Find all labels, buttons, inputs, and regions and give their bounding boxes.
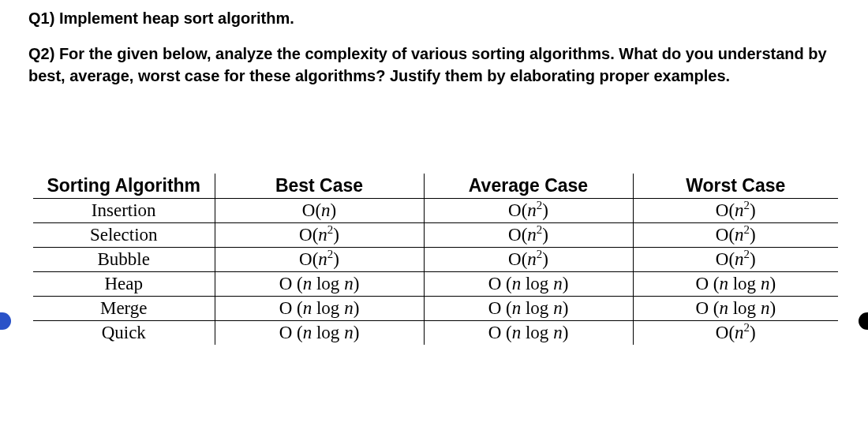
cell-best: O(n2) (215, 223, 424, 248)
table-body: InsertionO(n)O(n2)O(n2)SelectionO(n2)O(n… (33, 199, 838, 346)
cell-worst: O(n2) (633, 248, 838, 272)
cell-algorithm: Heap (33, 272, 215, 297)
question-2: Q2) For the given below, analyze the com… (28, 43, 840, 87)
complexity-table: Sorting Algorithm Best Case Average Case… (33, 174, 838, 345)
col-header-worst: Worst Case (633, 174, 838, 199)
cell-best: O (n log n) (215, 297, 424, 321)
cell-avg: O(n2) (424, 199, 633, 223)
cell-algorithm: Bubble (33, 248, 215, 272)
cell-avg: O(n2) (424, 223, 633, 248)
cell-best: O(n) (215, 199, 424, 223)
table-header-row: Sorting Algorithm Best Case Average Case… (33, 174, 838, 199)
col-header-algorithm: Sorting Algorithm (33, 174, 215, 199)
slide-marker-right-icon (859, 312, 868, 330)
col-header-average: Average Case (424, 174, 633, 199)
cell-best: O (n log n) (215, 321, 424, 346)
complexity-table-wrap: Sorting Algorithm Best Case Average Case… (33, 174, 840, 345)
cell-worst: O (n log n) (633, 272, 838, 297)
slide-marker-left-icon (0, 312, 11, 330)
cell-algorithm: Quick (33, 321, 215, 346)
question-1: Q1) Implement heap sort algorithm. (28, 9, 840, 28)
cell-avg: O (n log n) (424, 321, 633, 346)
cell-avg: O (n log n) (424, 297, 633, 321)
table-row: SelectionO(n2)O(n2)O(n2) (33, 223, 838, 248)
cell-worst: O(n2) (633, 223, 838, 248)
cell-worst: O(n2) (633, 199, 838, 223)
cell-algorithm: Selection (33, 223, 215, 248)
cell-worst: O(n2) (633, 321, 838, 346)
table-row: HeapO (n log n)O (n log n)O (n log n) (33, 272, 838, 297)
table-row: MergeO (n log n)O (n log n)O (n log n) (33, 297, 838, 321)
cell-best: O (n log n) (215, 272, 424, 297)
table-row: InsertionO(n)O(n2)O(n2) (33, 199, 838, 223)
cell-avg: O(n2) (424, 248, 633, 272)
cell-best: O(n2) (215, 248, 424, 272)
cell-worst: O (n log n) (633, 297, 838, 321)
cell-avg: O (n log n) (424, 272, 633, 297)
table-row: QuickO (n log n)O (n log n)O(n2) (33, 321, 838, 346)
cell-algorithm: Merge (33, 297, 215, 321)
col-header-best: Best Case (215, 174, 424, 199)
table-row: BubbleO(n2)O(n2)O(n2) (33, 248, 838, 272)
cell-algorithm: Insertion (33, 199, 215, 223)
